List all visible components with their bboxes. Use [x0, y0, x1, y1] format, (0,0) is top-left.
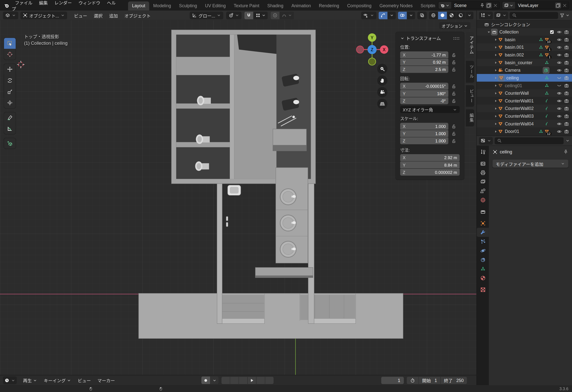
show-overlays-toggle[interactable]	[398, 11, 407, 19]
outliner-item-name[interactable]: basin_counter	[505, 60, 532, 65]
timeline-menu-ビュー[interactable]: ビュー	[75, 376, 94, 385]
new-scene-icon[interactable]	[486, 3, 491, 8]
transform-field-位置-Z[interactable]: Z2.5 m	[400, 66, 448, 73]
properties-tab-collection[interactable]	[477, 207, 489, 216]
disclosure-closed-icon[interactable]	[493, 53, 498, 57]
workspace-tab-Scriptin[interactable]: Scriptin	[417, 1, 438, 10]
hide-viewport-icon[interactable]	[557, 52, 562, 57]
options-dropdown[interactable]: オプション	[439, 22, 470, 29]
add-modifier-button[interactable]: モディファイアーを追加	[492, 160, 568, 168]
sidebar-tab-ビュー[interactable]: ビュー	[466, 85, 474, 107]
shading-settings[interactable]	[465, 11, 473, 19]
disable-render-icon[interactable]	[564, 90, 569, 95]
properties-tab-particles[interactable]	[477, 237, 489, 246]
lock-icon[interactable]	[451, 67, 456, 72]
properties-tab-material[interactable]	[477, 273, 489, 282]
disable-render-icon[interactable]	[564, 45, 569, 50]
key-prev-button[interactable]	[230, 377, 239, 384]
shading-solid-button[interactable]	[438, 11, 447, 19]
disclosure-closed-icon[interactable]	[493, 45, 498, 49]
pivot-point-selector[interactable]	[226, 11, 241, 19]
jump-first-button[interactable]	[221, 377, 230, 384]
timeline-menu-キーイング[interactable]: キーイング	[41, 376, 75, 385]
workspace-tab-Layout[interactable]: Layout	[128, 1, 149, 10]
tool-measure-button[interactable]	[4, 123, 16, 134]
disable-render-icon[interactable]	[564, 37, 569, 42]
workspace-tab-Shading[interactable]: Shading	[263, 1, 287, 10]
pin-icon[interactable]	[563, 149, 568, 154]
outliner-row-CounterWall04[interactable]: CounterWall04	[477, 120, 572, 128]
lock-icon[interactable]	[451, 52, 456, 57]
outliner-item-name[interactable]: Collection	[499, 29, 519, 34]
workspace-tab-UV Editing[interactable]: UV Editing	[201, 1, 230, 10]
disable-render-icon[interactable]	[564, 113, 569, 118]
sidebar-tab-編集[interactable]: 編集	[466, 109, 474, 127]
properties-tab-object[interactable]	[477, 219, 489, 228]
proportional-edit-toggle[interactable]	[271, 11, 279, 19]
show-gizmo-toggle[interactable]	[379, 11, 387, 19]
new-viewlayer-icon[interactable]	[555, 3, 560, 8]
gizmo-settings[interactable]	[388, 11, 396, 19]
properties-tab-render[interactable]	[477, 159, 489, 168]
viewport-menu-ビュー[interactable]: ビュー	[71, 11, 91, 19]
tool-move-button[interactable]	[4, 63, 16, 75]
properties-options-chevron[interactable]	[565, 138, 570, 143]
hide-viewport-icon-closed[interactable]	[557, 83, 562, 88]
disable-render-icon[interactable]	[564, 129, 569, 134]
use-preview-range-button[interactable]	[407, 377, 419, 384]
disclosure-open-icon[interactable]	[487, 30, 491, 34]
transform-field-回転-Z[interactable]: Z-0°	[400, 97, 448, 104]
remove-viewlayer-icon[interactable]	[562, 3, 567, 8]
scene-selector[interactable]: Scene	[438, 1, 500, 9]
play-rev-button[interactable]	[239, 377, 247, 384]
viewport-menu-選択[interactable]: 選択	[91, 11, 106, 19]
hide-viewport-icon-closed[interactable]	[557, 75, 562, 80]
outliner-row-ceiling[interactable]: ceiling	[477, 74, 572, 82]
transform-field-位置-Y[interactable]: Y0.92 m	[400, 59, 448, 66]
pin-icon[interactable]	[480, 3, 485, 8]
tool-cursor-button[interactable]	[4, 49, 16, 60]
properties-tab-tool[interactable]	[477, 147, 489, 156]
transform-field-回転-X[interactable]: X-0.000015°	[400, 83, 448, 90]
lock-icon[interactable]	[451, 91, 456, 96]
properties-tab-data[interactable]	[477, 264, 489, 273]
timeline-editor-type[interactable]	[3, 377, 17, 384]
outliner-item-name[interactable]: Door01	[505, 129, 519, 134]
outliner-item-name[interactable]: ceiling01	[505, 83, 522, 88]
viewport-menu-追加[interactable]: 追加	[106, 11, 121, 19]
hide-viewport-icon[interactable]	[557, 121, 562, 126]
lock-icon[interactable]	[451, 131, 456, 136]
end-frame-field[interactable]: 終了250	[441, 377, 467, 384]
hide-viewport-icon[interactable]	[557, 129, 562, 134]
shading-rendered-button[interactable]	[456, 11, 465, 19]
tool-scale-button[interactable]	[4, 86, 16, 97]
outliner-search-input[interactable]	[510, 12, 558, 19]
disclosure-closed-icon[interactable]	[493, 91, 498, 95]
hide-viewport-icon[interactable]	[557, 98, 562, 103]
3d-viewport[interactable]: トップ・透視投影 (1) Collection | ceiling オプション …	[0, 20, 476, 375]
disclosure-closed-icon[interactable]	[493, 37, 498, 42]
viewlayer-name[interactable]: ViewLayer	[515, 2, 554, 9]
zoom-button[interactable]	[377, 64, 387, 74]
outliner-row-Collection[interactable]: Collection	[477, 28, 572, 36]
outliner-item-name[interactable]: CounterWall01	[505, 98, 534, 103]
outliner-row-basin.001[interactable]: basin.0011	[477, 43, 572, 51]
disclosure-closed-icon[interactable]	[493, 76, 498, 80]
viewport-menu-オブジェクト[interactable]: オブジェクト	[121, 11, 154, 19]
outliner-item-name[interactable]: CounterWall02	[505, 106, 534, 111]
keying-set-dropdown[interactable]	[211, 377, 219, 384]
lock-icon[interactable]	[451, 138, 456, 143]
properties-tab-scene[interactable]	[477, 186, 489, 195]
lock-icon[interactable]	[451, 84, 456, 89]
workspace-tab-Texture Paint[interactable]: Texture Paint	[230, 1, 263, 10]
transform-field-寸法-X[interactable]: X2.92 m	[400, 154, 460, 161]
sidebar-tab-アイテム[interactable]: アイテム	[466, 32, 474, 58]
hide-viewport-icon[interactable]	[557, 106, 562, 111]
perspective-grid-button[interactable]	[377, 99, 387, 109]
outliner-row-CounterWall02[interactable]: CounterWall02	[477, 105, 572, 112]
properties-tab-modifier[interactable]	[477, 228, 489, 237]
disclosure-closed-icon[interactable]	[493, 68, 498, 72]
properties-tab-texture[interactable]	[477, 285, 489, 294]
disable-render-icon[interactable]	[564, 68, 569, 73]
disable-render-icon[interactable]	[564, 60, 569, 65]
